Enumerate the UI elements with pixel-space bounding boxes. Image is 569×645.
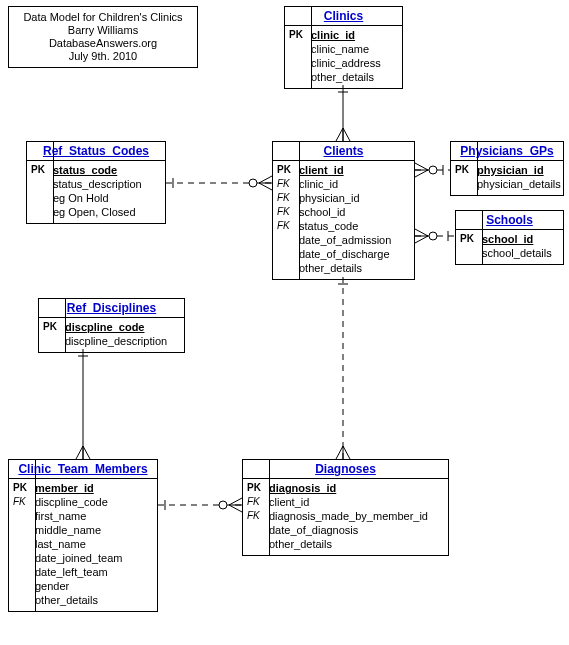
svg-line-8 bbox=[259, 183, 272, 190]
svg-line-25 bbox=[76, 446, 83, 459]
svg-line-31 bbox=[343, 446, 350, 459]
svg-line-19 bbox=[415, 229, 428, 236]
entity-ref-status-codes: Ref_Status_Codes PKstatus_code status_de… bbox=[26, 141, 166, 224]
entity-title: Clients bbox=[273, 142, 414, 161]
svg-line-30 bbox=[336, 446, 343, 459]
rel-clinics-clients bbox=[336, 85, 350, 141]
rel-status-clients-ends bbox=[173, 176, 272, 190]
svg-line-35 bbox=[229, 498, 242, 505]
entity-diagnoses: Diagnoses PKdiagnosis_id FKclient_id FKd… bbox=[242, 459, 449, 556]
diagram-title-box: Data Model for Children's Clinics Barry … bbox=[8, 6, 198, 68]
title-line-1: Data Model for Children's Clinics bbox=[17, 11, 189, 24]
entity-attrs: PKstatus_code status_description eg On H… bbox=[27, 161, 165, 223]
entity-title: Clinic_Team_Members bbox=[9, 460, 157, 479]
entity-attrs: PKschool_id school_details bbox=[456, 230, 563, 264]
entity-title: Physicians_GPs bbox=[451, 142, 563, 161]
entity-title: Ref_Disciplines bbox=[39, 299, 184, 318]
entity-ref-disciplines: Ref_Disciplines PKdiscpline_code discpli… bbox=[38, 298, 185, 353]
svg-point-38 bbox=[219, 501, 227, 509]
title-line-3: DatabaseAnswers.org bbox=[17, 37, 189, 50]
entity-title: Clinics bbox=[285, 7, 402, 26]
entity-attrs: PKmember_id FKdiscpline_code first_name … bbox=[9, 479, 157, 611]
svg-line-3 bbox=[343, 128, 350, 141]
svg-point-16 bbox=[429, 166, 437, 174]
svg-line-20 bbox=[415, 236, 428, 243]
svg-line-13 bbox=[415, 163, 428, 170]
title-line-4: July 9th. 2010 bbox=[17, 50, 189, 63]
svg-line-7 bbox=[259, 176, 272, 183]
svg-point-10 bbox=[249, 179, 257, 187]
svg-line-14 bbox=[415, 170, 428, 177]
entity-attrs: PKdiscpline_code discpline_description bbox=[39, 318, 184, 352]
entity-clinics: Clinics PKclinic_id clinic_name clinic_a… bbox=[284, 6, 403, 89]
svg-point-22 bbox=[429, 232, 437, 240]
entity-attrs: PKclinic_id clinic_name clinic_address o… bbox=[285, 26, 402, 88]
entity-attrs: PKclient_id FKclinic_id FKphysician_id F… bbox=[273, 161, 414, 279]
rel-members-diagnoses-ends bbox=[165, 498, 242, 512]
entity-clients: Clients PKclient_id FKclinic_id FKphysic… bbox=[272, 141, 415, 280]
entity-attrs: PKphysician_id physician_details bbox=[451, 161, 563, 195]
svg-line-36 bbox=[229, 505, 242, 512]
entity-title: Ref_Status_Codes bbox=[27, 142, 165, 161]
entity-physicians-gps: Physicians_GPs PKphysician_id physician_… bbox=[450, 141, 564, 196]
svg-line-26 bbox=[83, 446, 90, 459]
entity-title: Diagnoses bbox=[243, 460, 448, 479]
diagram-canvas: Data Model for Children's Clinics Barry … bbox=[0, 0, 569, 645]
svg-line-2 bbox=[336, 128, 343, 141]
entity-clinic-team-members: Clinic_Team_Members PKmember_id FKdiscpl… bbox=[8, 459, 158, 612]
entity-schools: Schools PKschool_id school_details bbox=[455, 210, 564, 265]
rel-schools-clients-ends bbox=[415, 229, 448, 243]
entity-title: Schools bbox=[456, 211, 563, 230]
rel-clients-diagnoses-ends bbox=[336, 284, 350, 459]
rel-disciplines-members bbox=[76, 349, 90, 459]
entity-attrs: PKdiagnosis_id FKclient_id FKdiagnosis_m… bbox=[243, 479, 448, 555]
rel-physicians-clients-ends bbox=[415, 163, 443, 177]
title-line-2: Barry Williams bbox=[17, 24, 189, 37]
